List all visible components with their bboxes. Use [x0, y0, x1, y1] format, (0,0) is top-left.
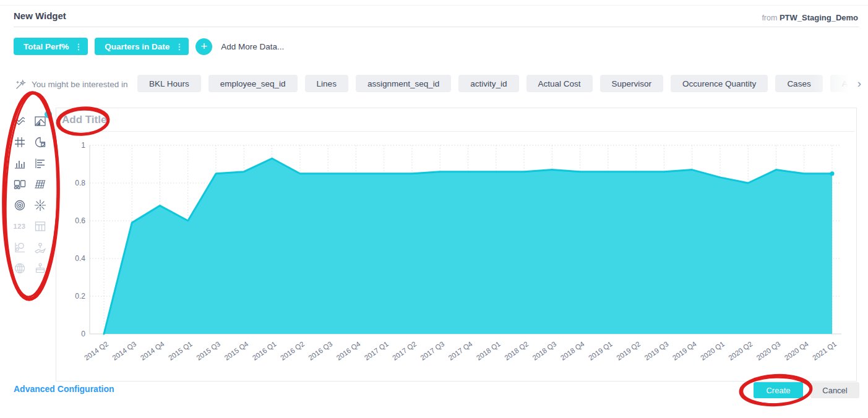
add-data-button[interactable]: + — [196, 38, 212, 55]
suggested-field-chip[interactable]: Cases — [775, 75, 822, 92]
widget-title-input[interactable] — [62, 114, 309, 126]
data-chips-row: Total Perf%⋮Quarters in Date⋮ + Add More… — [14, 38, 284, 55]
add-more-data-label[interactable]: Add More Data... — [221, 42, 284, 51]
data-chip[interactable]: Quarters in Date⋮ — [95, 38, 189, 55]
chart-type-area-selected[interactable] — [30, 111, 50, 132]
chart-type-polar[interactable] — [9, 195, 30, 216]
cancel-button[interactable]: Cancel — [810, 382, 859, 398]
chart-type-pie[interactable] — [30, 132, 50, 153]
widget-preview-panel — [56, 108, 857, 382]
sunburst-chart-icon — [33, 198, 47, 212]
polar-chart-icon — [13, 198, 27, 212]
chart-type-sidebar: 123 — [9, 111, 50, 279]
suggestions-scroll-right-icon[interactable]: › — [854, 75, 864, 92]
dialog-top-edge — [0, 5, 868, 6]
grid-icon — [13, 135, 27, 149]
selected-chart-badge — [45, 111, 52, 118]
chart-type-scatter[interactable] — [9, 237, 30, 258]
chart-type-sunburst[interactable] — [30, 195, 50, 216]
area-map-icon — [33, 241, 47, 254]
new-widget-dialog: New Widget from PTW_Staging_Demo Total P… — [0, 0, 868, 418]
header-divider — [14, 27, 859, 27]
stamp-widget-icon — [33, 262, 47, 275]
suggested-field-chip[interactable]: BKL Hours — [137, 75, 201, 92]
advanced-configuration-link[interactable]: Advanced Configuration — [14, 384, 114, 394]
spline-chart-icon — [13, 114, 27, 128]
chart-type-bar[interactable] — [30, 153, 50, 174]
treemap-icon — [13, 177, 27, 191]
magic-wand-icon — [15, 79, 27, 90]
indicator-123-icon: 123 — [14, 223, 26, 230]
chart-type-scatter-map[interactable] — [9, 258, 30, 279]
chart-type-stamp[interactable] — [30, 258, 50, 279]
suggested-field-chip[interactable]: activity_id — [458, 75, 518, 92]
plus-icon: + — [200, 40, 207, 53]
suggested-field-chip[interactable]: assignment_seq_id — [356, 75, 451, 92]
suggested-fields-strip: BKL Hoursemployee_seq_idLinesassignment_… — [137, 75, 855, 92]
chart-type-grid[interactable] — [9, 132, 30, 153]
suggested-field-chip[interactable]: Actual Cost — [526, 75, 593, 92]
scatter-chart-icon — [13, 241, 27, 254]
globe-map-icon — [13, 262, 27, 275]
from-label: from — [762, 14, 777, 22]
widget-title-underline — [62, 131, 854, 132]
pivot-table-icon — [33, 177, 47, 191]
chart-type-table[interactable] — [30, 216, 50, 237]
chart-type-pivot[interactable] — [30, 174, 50, 195]
page-title: New Widget — [14, 11, 66, 21]
data-chip-label: Quarters in Date — [105, 42, 170, 51]
suggested-field-chip[interactable]: Supervisor — [600, 75, 664, 92]
chart-type-indicator[interactable]: 123 — [9, 216, 30, 237]
data-chip-label: Total Perf% — [24, 42, 69, 51]
suggestions-lead: You might be interested in — [15, 79, 128, 90]
create-button[interactable]: Create — [754, 382, 803, 398]
dataset-source: from PTW_Staging_Demo — [762, 13, 858, 22]
bar-chart-icon — [33, 156, 47, 170]
pie-chart-icon — [33, 135, 47, 149]
suggested-field-chip[interactable]: Lines — [305, 75, 348, 92]
chart-type-area-map[interactable] — [30, 237, 50, 258]
chart-type-column[interactable] — [9, 153, 30, 174]
dataset-name[interactable]: PTW_Staging_Demo — [780, 13, 858, 22]
kebab-menu-icon[interactable]: ⋮ — [175, 43, 183, 51]
column-chart-icon — [13, 156, 27, 170]
data-chip[interactable]: Total Perf%⋮ — [14, 38, 88, 55]
chart-type-spline[interactable] — [9, 111, 30, 132]
kebab-menu-icon[interactable]: ⋮ — [74, 43, 82, 51]
suggested-field-chip[interactable]: Actual — [830, 75, 855, 92]
table-icon — [33, 220, 47, 233]
suggested-field-chip[interactable]: employee_seq_id — [208, 75, 298, 92]
suggestions-label: You might be interested in — [32, 80, 128, 89]
chart-type-treemap[interactable] — [9, 174, 30, 195]
suggested-field-chip[interactable]: Occurence Quantity — [671, 75, 768, 92]
